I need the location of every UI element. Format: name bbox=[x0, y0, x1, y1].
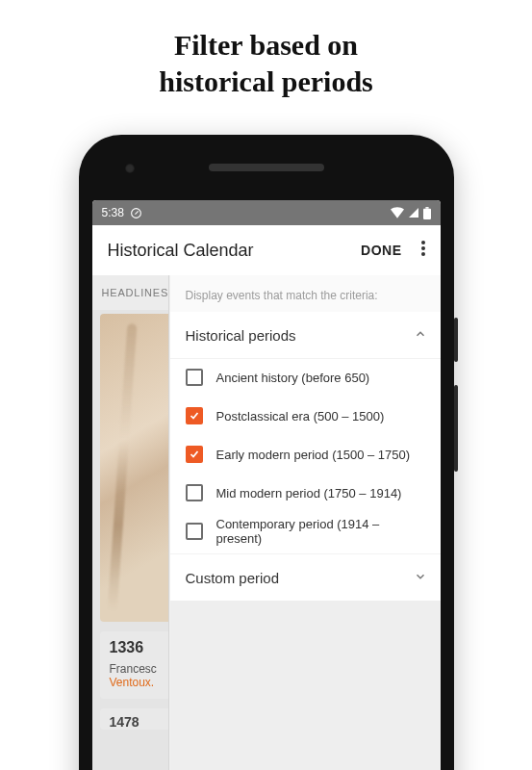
chevron-up-icon bbox=[414, 327, 427, 344]
app-title: Historical Calendar bbox=[108, 241, 254, 261]
filter-option[interactable]: Ancient history (before 650) bbox=[170, 358, 441, 397]
filter-option[interactable]: Early modern period (1500 – 1750) bbox=[170, 435, 441, 474]
wifi-icon bbox=[391, 207, 404, 218]
card-image bbox=[100, 314, 168, 622]
filter-header-label: Historical periods bbox=[186, 327, 296, 344]
phone-mockup: 5:38 Historical Calendar DONE bbox=[79, 135, 454, 770]
overflow-menu-button[interactable] bbox=[412, 233, 435, 268]
status-bar: 5:38 bbox=[92, 200, 441, 225]
checkbox[interactable] bbox=[186, 523, 203, 540]
timer-icon bbox=[130, 207, 142, 219]
svg-rect-1 bbox=[423, 208, 431, 218]
filter-option[interactable]: Mid modern period (1750 – 1914) bbox=[170, 474, 441, 512]
phone-camera bbox=[125, 164, 135, 173]
checkbox[interactable] bbox=[186, 369, 203, 386]
filter-option-label: Contemporary period (1914 – present) bbox=[216, 517, 427, 546]
filter-option[interactable]: Postclassical era (500 – 1500) bbox=[170, 397, 441, 435]
card-text: Francesc bbox=[110, 662, 168, 676]
tab-headlines[interactable]: HEADLINES bbox=[92, 275, 168, 310]
checkbox[interactable] bbox=[186, 407, 203, 424]
panel-empty bbox=[170, 601, 441, 770]
promo-title-line1: Filter based on bbox=[174, 29, 358, 61]
chevron-down-icon bbox=[414, 570, 427, 586]
filter-header-custom[interactable]: Custom period bbox=[170, 554, 441, 601]
checkbox[interactable] bbox=[186, 446, 203, 463]
filter-section-periods: Historical periods Ancient history (befo… bbox=[170, 312, 441, 601]
card-year: 1478 bbox=[100, 708, 168, 730]
filter-option-label: Early modern period (1500 – 1750) bbox=[216, 448, 411, 462]
filter-panel: Display events that match the criteria: … bbox=[169, 275, 441, 770]
checkbox[interactable] bbox=[186, 484, 203, 501]
status-time: 5:38 bbox=[102, 206, 124, 219]
svg-point-4 bbox=[421, 246, 425, 250]
svg-point-3 bbox=[421, 241, 425, 244]
card-info: 1336 Francesc Ventoux. bbox=[100, 631, 168, 699]
signal-icon bbox=[408, 207, 419, 218]
phone-side-button bbox=[454, 385, 458, 472]
filter-option-label: Ancient history (before 650) bbox=[216, 371, 370, 385]
card-year: 1336 bbox=[110, 639, 168, 656]
promo-title: Filter based on historical periods bbox=[0, 0, 532, 109]
card-link: Ventoux. bbox=[110, 676, 168, 689]
more-vert-icon bbox=[421, 241, 425, 256]
filter-options: Ancient history (before 650) Postclassic… bbox=[170, 358, 441, 554]
svg-rect-2 bbox=[425, 207, 428, 209]
promo-title-line2: historical periods bbox=[159, 65, 373, 97]
filter-option-label: Postclassical era (500 – 1500) bbox=[216, 409, 385, 424]
filter-option[interactable]: Contemporary period (1914 – present) bbox=[170, 512, 441, 551]
phone-speaker bbox=[209, 164, 324, 171]
done-button[interactable]: DONE bbox=[351, 235, 411, 266]
phone-side-button bbox=[454, 318, 458, 362]
background-content: HEADLINES 1336 Francesc Ventoux. 1478 bbox=[92, 275, 169, 770]
filter-option-label: Mid modern period (1750 – 1914) bbox=[216, 486, 402, 500]
phone-screen: 5:38 Historical Calendar DONE bbox=[92, 200, 441, 770]
app-bar: Historical Calendar DONE bbox=[92, 225, 441, 275]
battery-icon bbox=[423, 207, 431, 219]
svg-point-5 bbox=[421, 252, 425, 256]
filter-header-label: Custom period bbox=[186, 570, 280, 586]
filter-header-periods[interactable]: Historical periods bbox=[170, 312, 441, 358]
filter-caption: Display events that match the criteria: bbox=[170, 275, 441, 312]
